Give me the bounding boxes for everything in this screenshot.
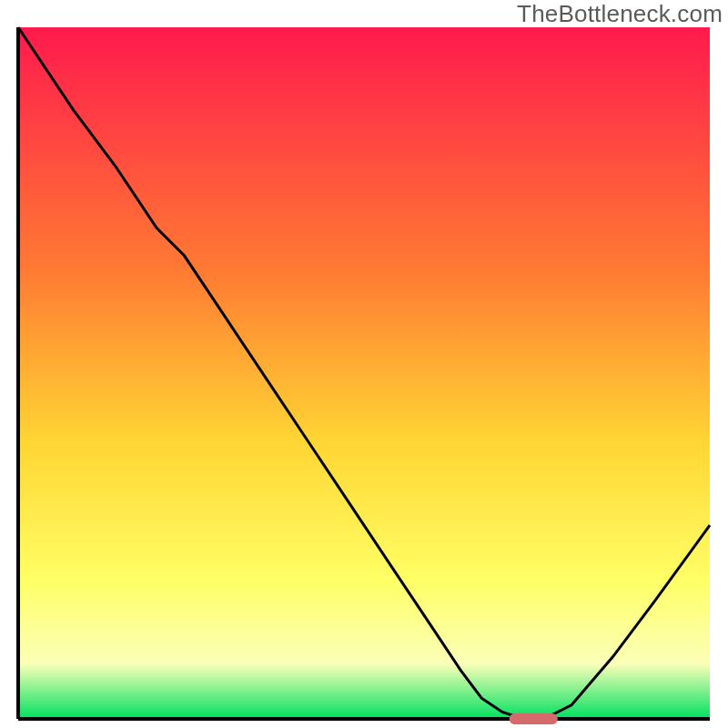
- plot-background: [18, 27, 710, 719]
- chart-svg: [0, 0, 728, 728]
- optimal-marker: [510, 713, 558, 724]
- bottleneck-chart: TheBottleneck.com: [0, 0, 728, 728]
- watermark-text: TheBottleneck.com: [517, 0, 723, 28]
